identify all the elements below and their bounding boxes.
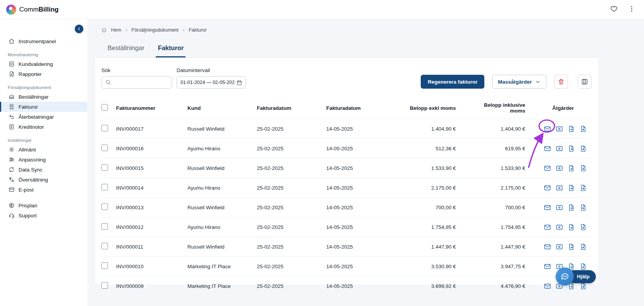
brand-prefix: Comm [19, 6, 39, 13]
row-checkbox[interactable] [101, 223, 108, 230]
sidebar-item-general[interactable]: Allmänt [0, 145, 87, 155]
export-invoice-icon[interactable] [568, 243, 575, 251]
send-email-icon[interactable] [544, 125, 551, 133]
regenerate-invoices-button[interactable]: Regenerera fakturor [421, 75, 484, 89]
delete-button[interactable] [554, 75, 568, 89]
export-invoice-icon[interactable] [568, 165, 575, 172]
amount-incl-vat: 4.476,90 € [472, 276, 541, 296]
sidebar-item-support[interactable]: Support [0, 210, 87, 220]
sidebar-item-reports[interactable]: Rapporter [0, 69, 87, 79]
amount-excl-vat: 1.754,95 € [388, 217, 472, 237]
amount-excl-vat: 1.447,90 € [388, 237, 472, 257]
sidebar-item-orders[interactable]: Beställningar [0, 92, 87, 102]
row-checkbox[interactable] [101, 262, 108, 269]
export-invoice-icon[interactable] [568, 184, 575, 192]
due-date: 14-05-2025 [326, 139, 388, 158]
send-email-icon[interactable] [544, 184, 551, 192]
sidebar-item-refunds[interactable]: Återbetalningar [0, 112, 87, 122]
amount-excl-vat: 1.533,90 € [388, 158, 472, 178]
table-row: INV/000013 Russell Winfield 25-02-2025 1… [101, 198, 592, 217]
sidebar-item-email[interactable]: E-post [0, 185, 87, 195]
sidebar-section-vat: Momshantering [8, 52, 87, 57]
credit-note-icon [8, 124, 15, 130]
sidebar-item-label: E-post [19, 187, 34, 193]
export-invoice-icon[interactable] [568, 224, 575, 231]
row-checkbox[interactable] [101, 145, 108, 151]
bulk-actions-button[interactable]: Massåtgärder [492, 75, 546, 89]
send-email-icon[interactable] [544, 224, 551, 231]
sidebar-collapse-button[interactable] [75, 25, 83, 33]
payment-card-icon[interactable] [556, 243, 563, 251]
select-all-checkbox[interactable] [101, 104, 108, 111]
payment-card-icon[interactable] [556, 224, 563, 231]
download-invoice-icon[interactable] [580, 145, 587, 152]
due-date: 14-05-2025 [326, 178, 388, 198]
send-email-icon[interactable] [544, 165, 551, 172]
download-invoice-icon[interactable] [580, 224, 587, 231]
breadcrumb-home[interactable]: Hem [111, 27, 121, 33]
sync-arrows-icon [8, 166, 15, 173]
row-checkbox[interactable] [101, 164, 108, 171]
send-email-icon[interactable] [544, 204, 551, 211]
search-input[interactable] [101, 76, 172, 89]
column-header-amount-excl: Belopp exkl moms [388, 97, 472, 119]
invoice-number: INV/000013 [116, 198, 187, 217]
favorites-heart-icon[interactable] [610, 5, 618, 14]
invoice-date: 25-02-2025 [257, 139, 326, 158]
payment-card-icon[interactable] [556, 145, 563, 152]
invoice-number: INV/000014 [116, 178, 187, 198]
table-row: INV/000009 Marketing IT Place 25-02-2025… [101, 276, 592, 296]
row-checkbox[interactable] [101, 282, 108, 289]
tab-invoices[interactable]: Fakturor [156, 44, 185, 57]
help-widget[interactable]: Hjälp [556, 267, 596, 286]
download-invoice-icon[interactable] [580, 125, 587, 133]
export-invoice-icon[interactable] [568, 145, 575, 152]
breadcrumb-invoices: Fakturor [189, 27, 207, 33]
payment-card-icon[interactable] [556, 165, 563, 172]
tab-orders[interactable]: Beställningar [106, 44, 146, 57]
bulk-actions-label: Massåtgärder [498, 79, 532, 85]
export-invoice-icon[interactable] [568, 125, 575, 133]
sidebar-item-invoices[interactable]: Fakturor [0, 102, 87, 112]
sidebar-item-customization[interactable]: Anpassning [0, 155, 87, 165]
refund-arrow-icon [8, 114, 15, 120]
download-invoice-icon[interactable] [580, 184, 587, 192]
invoice-date: 25-02-2025 [257, 237, 326, 257]
sidebar-item-translation[interactable]: Översättning [0, 175, 87, 185]
sidebar-item-credit-notes[interactable]: Kreditnotor [0, 122, 87, 132]
envelope-icon [8, 187, 15, 193]
breadcrumb-sales-documents[interactable]: Försäljningsdokument [131, 27, 179, 33]
sidebar-item-dashboard[interactable]: Instrumentpanel [0, 36, 87, 46]
sidebar-item-label: Rapporter [19, 71, 42, 77]
row-checkbox[interactable] [101, 184, 108, 190]
send-email-icon[interactable] [544, 243, 551, 251]
payment-card-icon[interactable] [556, 125, 563, 133]
row-checkbox[interactable] [101, 125, 108, 131]
row-checkbox[interactable] [101, 203, 108, 210]
send-email-icon[interactable] [544, 145, 551, 152]
download-invoice-icon[interactable] [580, 165, 587, 172]
commbilling-logo-icon[interactable] [6, 5, 16, 15]
customer-name: Marketing IT Place [187, 257, 257, 276]
column-settings-button[interactable] [578, 75, 592, 89]
clipboard-check-icon [8, 61, 15, 67]
payment-card-icon[interactable] [556, 184, 563, 192]
date-range-input[interactable]: 01-01-2024 — 02-05-202 [177, 76, 246, 89]
row-checkbox[interactable] [101, 243, 108, 249]
sidebar-item-price-plan[interactable]: Prisplan [0, 200, 87, 210]
column-header-customer: Kund [187, 97, 257, 119]
invoices-panel: Sök Datumintervall 01-01-2024 — 02-05-20… [95, 58, 598, 284]
search-label: Sök [101, 67, 172, 73]
kebab-menu-icon[interactable] [628, 5, 636, 14]
sidebar-item-data-sync[interactable]: Data Sync [0, 165, 87, 175]
download-invoice-icon[interactable] [580, 204, 587, 211]
breadcrumb-separator: › [125, 27, 127, 33]
download-invoice-icon[interactable] [580, 243, 587, 251]
payment-card-icon[interactable] [556, 204, 563, 211]
sidebar-item-customer-validation[interactable]: Kundvalidering [0, 59, 87, 69]
breadcrumb-separator: › [183, 27, 184, 33]
send-email-icon[interactable] [544, 282, 551, 290]
export-invoice-icon[interactable] [568, 204, 575, 211]
help-chat-icon[interactable] [556, 267, 574, 286]
send-email-icon[interactable] [544, 263, 551, 270]
